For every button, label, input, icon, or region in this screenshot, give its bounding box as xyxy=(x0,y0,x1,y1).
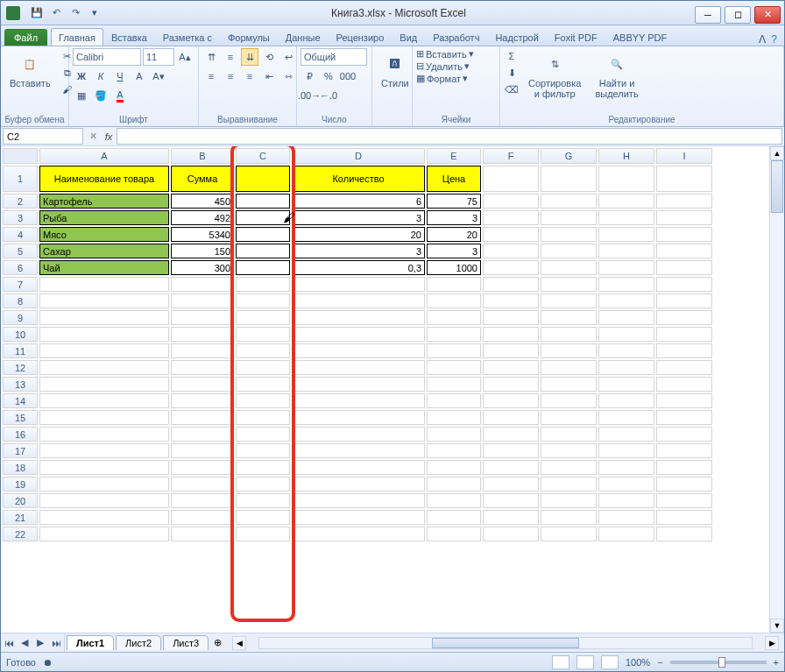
cell-E14[interactable] xyxy=(427,393,481,408)
tab-addins[interactable]: Надстрой xyxy=(487,28,546,46)
cell-F12[interactable] xyxy=(483,360,539,375)
cell-A17[interactable] xyxy=(39,443,169,458)
font-color-icon[interactable]: A xyxy=(111,87,129,104)
cell-I9[interactable] xyxy=(656,310,712,325)
cell-B14[interactable] xyxy=(171,393,234,408)
horizontal-scrollbar[interactable] xyxy=(258,637,753,649)
cell-H4[interactable] xyxy=(598,227,654,242)
cell-B19[interactable] xyxy=(171,477,234,492)
increase-font-icon[interactable]: A▴ xyxy=(176,48,194,66)
cell-E2[interactable]: 75 xyxy=(427,194,481,209)
column-header-I[interactable]: I xyxy=(656,148,712,164)
cells-insert-button[interactable]: ⊞ Вставить ▾ xyxy=(416,48,474,60)
align-right-icon[interactable]: ≡ xyxy=(241,67,258,85)
sort-filter-button[interactable]: ⇅ Сортировка и фильтр xyxy=(523,48,586,103)
cell-E18[interactable] xyxy=(427,460,481,475)
minimize-ribbon-icon[interactable]: ᐱ xyxy=(759,33,766,46)
hscroll-left-icon[interactable]: ◀ xyxy=(232,636,246,650)
cell-D7[interactable] xyxy=(292,277,425,292)
cell-C10[interactable] xyxy=(236,327,290,342)
minimize-button[interactable]: ─ xyxy=(695,6,721,24)
cell-I1[interactable] xyxy=(656,166,712,192)
cell-C6[interactable] xyxy=(236,260,290,275)
cell-C16[interactable] xyxy=(236,427,290,442)
cell-D10[interactable] xyxy=(292,327,425,342)
cell-C9[interactable] xyxy=(236,310,290,325)
sheet-tab-3[interactable]: Лист3 xyxy=(163,635,209,650)
cell-C22[interactable] xyxy=(236,527,290,541)
cell-F20[interactable] xyxy=(483,493,539,508)
cell-D9[interactable] xyxy=(292,310,425,325)
cell-F6[interactable] xyxy=(483,260,539,275)
cell-G17[interactable] xyxy=(541,443,597,458)
cell-H19[interactable] xyxy=(598,477,654,492)
orientation-icon[interactable]: ⟲ xyxy=(260,48,278,66)
cell-G2[interactable] xyxy=(541,194,597,209)
bold-button[interactable]: Ж xyxy=(73,67,90,85)
cell-B6[interactable]: 300 xyxy=(171,260,234,275)
cell-B17[interactable] xyxy=(171,443,234,458)
cell-H16[interactable] xyxy=(598,427,654,442)
cell-H21[interactable] xyxy=(598,510,654,525)
row-header-12[interactable]: 12 xyxy=(3,360,38,375)
cell-C11[interactable] xyxy=(236,343,290,358)
font-name-combo[interactable]: Calibri xyxy=(73,48,141,66)
cell-I14[interactable] xyxy=(656,393,712,408)
cell-G5[interactable] xyxy=(541,244,597,258)
page-break-view-button[interactable] xyxy=(601,655,619,669)
cell-A7[interactable] xyxy=(39,277,169,292)
column-header-E[interactable]: E xyxy=(427,148,481,164)
cell-A21[interactable] xyxy=(39,510,169,525)
cell-B12[interactable] xyxy=(171,360,234,375)
cell-A12[interactable] xyxy=(39,360,169,375)
tab-layout[interactable]: Разметка с xyxy=(155,28,220,46)
row-header-19[interactable]: 19 xyxy=(3,477,38,492)
formula-input[interactable] xyxy=(117,128,782,145)
column-header-F[interactable]: F xyxy=(483,148,539,164)
sheet-tab-1[interactable]: Лист1 xyxy=(67,635,114,650)
cell-D3[interactable]: 3 xyxy=(292,210,425,225)
zoom-out-button[interactable]: − xyxy=(657,657,662,668)
row-header-9[interactable]: 9 xyxy=(3,310,38,325)
cell-B20[interactable] xyxy=(171,493,234,508)
cell-A10[interactable] xyxy=(39,327,169,342)
zoom-slider-knob[interactable] xyxy=(718,657,725,668)
cell-C1[interactable] xyxy=(236,166,290,192)
cell-G10[interactable] xyxy=(541,327,597,342)
cell-E6[interactable]: 1000 xyxy=(427,260,481,275)
cell-F3[interactable] xyxy=(483,210,539,225)
cell-I15[interactable] xyxy=(656,410,712,425)
cell-D8[interactable] xyxy=(292,294,425,308)
cell-D13[interactable] xyxy=(292,377,425,392)
cell-H1[interactable] xyxy=(598,166,654,192)
tab-view[interactable]: Вид xyxy=(392,28,425,46)
cell-C18[interactable] xyxy=(236,460,290,475)
cell-B16[interactable] xyxy=(171,427,234,442)
help-icon[interactable]: ? xyxy=(771,33,777,46)
cell-G11[interactable] xyxy=(541,343,597,358)
cell-E21[interactable] xyxy=(427,510,481,525)
cell-I10[interactable] xyxy=(656,327,712,342)
align-center-icon[interactable]: ≡ xyxy=(222,67,239,85)
cell-E22[interactable] xyxy=(427,527,481,541)
cell-A13[interactable] xyxy=(39,377,169,392)
tab-home[interactable]: Главная xyxy=(51,28,103,46)
tab-insert[interactable]: Вставка xyxy=(103,28,155,46)
cell-F7[interactable] xyxy=(483,277,539,292)
cell-D20[interactable] xyxy=(292,493,425,508)
cell-D12[interactable] xyxy=(292,360,425,375)
cell-B1[interactable]: Сумма xyxy=(171,166,234,192)
cell-B11[interactable] xyxy=(171,343,234,358)
row-header-13[interactable]: 13 xyxy=(3,377,38,392)
cell-G15[interactable] xyxy=(541,410,597,425)
cell-I6[interactable] xyxy=(656,260,712,275)
zoom-in-button[interactable]: + xyxy=(774,657,779,668)
close-button[interactable]: ✕ xyxy=(754,6,781,24)
cell-G6[interactable] xyxy=(541,260,597,275)
currency-icon[interactable]: ₽ xyxy=(301,67,318,85)
tab-review[interactable]: Рецензиро xyxy=(329,28,392,46)
increase-decimal-icon[interactable]: .00→ xyxy=(301,87,318,104)
cell-A11[interactable] xyxy=(39,343,169,358)
cell-H6[interactable] xyxy=(598,260,654,275)
cell-F5[interactable] xyxy=(483,244,539,258)
